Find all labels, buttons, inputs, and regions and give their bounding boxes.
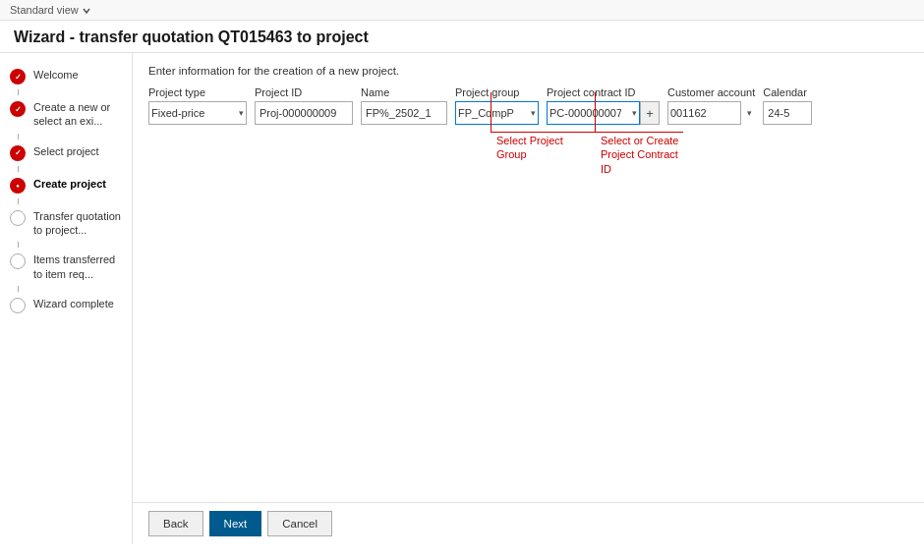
top-bar: Standard view — [0, 0, 924, 21]
select-wrapper-customer-account: 001162 ▾ — [667, 101, 755, 125]
input-project-id[interactable] — [255, 101, 353, 125]
page-title: Wizard - transfer quotation QT015463 to … — [0, 21, 924, 53]
step-icon-create-project — [10, 178, 26, 194]
sidebar-label-wizard-complete: Wizard complete — [33, 297, 114, 310]
annotations-container: Select ProjectGroup Select or CreateProj… — [133, 112, 924, 308]
field-group-project-type: Project type Fixed-price ▾ — [148, 86, 247, 125]
sidebar-item-create-project[interactable]: Create project — [0, 172, 132, 198]
sidebar-item-items-transferred[interactable]: Items transferred to item req... — [0, 248, 132, 286]
input-name[interactable] — [361, 101, 447, 125]
bottom-bar: Back Next Cancel — [133, 502, 924, 544]
select-project-contract-id[interactable]: PC-000000007 — [547, 101, 640, 125]
sidebar-label-select-project: Select project — [33, 144, 99, 158]
step-icon-welcome — [10, 69, 26, 84]
field-group-calendar: Calendar — [763, 86, 812, 125]
standard-view-label[interactable]: Standard view — [10, 4, 79, 16]
sidebar: Welcome Create a new or select an exi...… — [0, 53, 133, 544]
sidebar-label-welcome: Welcome — [33, 68, 79, 82]
sidebar-item-welcome[interactable]: Welcome — [0, 63, 132, 89]
annotation-select-or-create: Select or CreateProject ContractID — [601, 134, 678, 176]
section-description: Enter information for the creation of a … — [148, 65, 908, 77]
annotation-select-project-group: Select ProjectGroup — [496, 134, 563, 162]
select-project-group[interactable]: FP_CompP — [455, 101, 539, 125]
input-calendar[interactable] — [763, 101, 812, 125]
select-project-type[interactable]: Fixed-price — [148, 101, 247, 125]
sidebar-item-create-select[interactable]: Create a new or select an exi... — [0, 95, 132, 134]
step-icon-items-transferred — [10, 253, 26, 269]
label-name: Name — [361, 86, 447, 98]
next-button[interactable]: Next — [209, 511, 262, 536]
label-project-id: Project ID — [255, 86, 353, 98]
label-project-contract-id: Project contract ID — [547, 86, 660, 98]
sidebar-label-items-transferred: Items transferred to item req... — [33, 252, 124, 281]
field-group-project-id: Project ID — [255, 86, 353, 125]
label-customer-account: Customer account — [667, 86, 755, 98]
sidebar-label-create-select: Create a new or select an exi... — [33, 100, 124, 129]
back-button[interactable]: Back — [148, 511, 203, 536]
label-project-group: Project group — [455, 86, 539, 98]
content-area: Enter information for the creation of a … — [133, 53, 924, 544]
step-icon-select-project — [10, 145, 26, 161]
sidebar-label-transfer-quotation: Transfer quotation to project... — [33, 209, 124, 238]
chevron-down-icon — [82, 6, 91, 16]
ann-hline-project-group — [491, 132, 624, 133]
sidebar-item-wizard-complete[interactable]: Wizard complete — [0, 292, 132, 318]
sidebar-label-create-project: Create project — [33, 177, 106, 191]
field-group-project-contract-id: Project contract ID PC-000000007 ▾ + — [547, 86, 660, 125]
form-row: Project type Fixed-price ▾ Project ID Na… — [148, 86, 908, 125]
main-layout: Welcome Create a new or select an exi...… — [0, 53, 924, 544]
label-project-type: Project type — [148, 86, 247, 98]
contract-id-row: PC-000000007 ▾ + — [547, 101, 660, 125]
field-group-project-group: Project group FP_CompP ▾ — [455, 86, 539, 125]
add-contract-button[interactable]: + — [640, 101, 660, 125]
select-wrapper-project-type: Fixed-price ▾ — [148, 101, 247, 125]
field-group-name: Name — [361, 86, 447, 125]
ann-hline-contract-id — [595, 132, 683, 133]
cancel-button[interactable]: Cancel — [267, 511, 332, 536]
select-wrapper-project-group: FP_CompP ▾ — [455, 101, 539, 125]
field-group-customer-account: Customer account 001162 ▾ — [667, 86, 755, 125]
chevron-customer-account-icon: ▾ — [747, 108, 752, 118]
step-icon-wizard-complete — [10, 298, 26, 313]
select-wrapper-contract-id: PC-000000007 ▾ — [547, 101, 640, 125]
label-calendar: Calendar — [763, 86, 812, 98]
step-icon-create-select — [10, 101, 26, 117]
select-customer-account[interactable]: 001162 — [667, 101, 741, 125]
sidebar-item-transfer-quotation[interactable]: Transfer quotation to project... — [0, 204, 132, 243]
step-icon-transfer-quotation — [10, 210, 26, 226]
sidebar-item-select-project[interactable]: Select project — [0, 140, 132, 166]
